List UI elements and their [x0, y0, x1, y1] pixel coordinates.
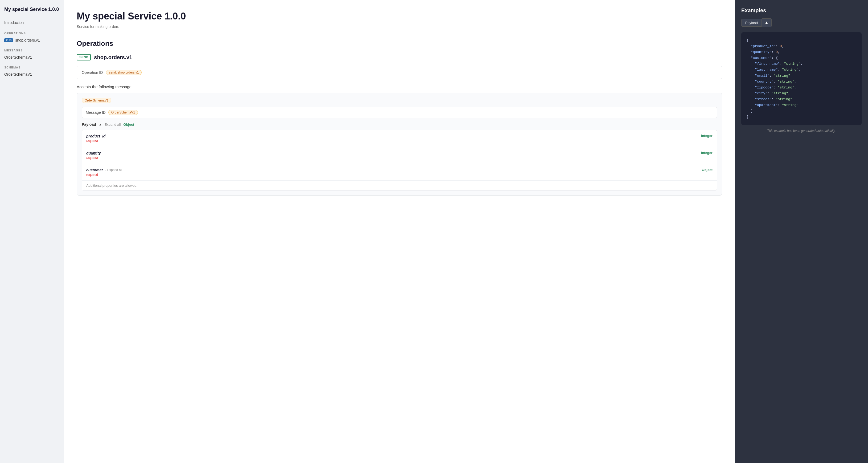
chevron-right-icon: › — [105, 168, 106, 172]
field-type-product-id: Integer — [701, 134, 713, 138]
examples-title: Examples — [741, 7, 862, 13]
payload-toggle: Payload ▲ — [741, 19, 862, 27]
chevron-up-icon: ▲ — [99, 122, 102, 126]
field-name-product-id: product_id — [86, 134, 105, 138]
payload-header: Payload ▲ Expand all Object — [82, 122, 717, 126]
field-type-customer: Object — [702, 168, 713, 172]
field-product-id: Integer product_id required — [82, 130, 717, 147]
send-badge: SEND — [77, 54, 91, 60]
sidebar-item-schema[interactable]: OrderSchemaV1 — [4, 71, 59, 78]
field-required-customer: required — [86, 173, 713, 177]
code-block: { "product_id": 0, "quantity": 0, "custo… — [741, 32, 862, 125]
field-customer: Object customer › Expand all required — [82, 164, 717, 181]
sidebar-title: My special Service 1.0.0 — [4, 6, 59, 12]
auto-generated-note: This example has been generated automati… — [741, 129, 862, 133]
message-box: OrderSchemaV1 Message ID OrderSchemaV1 P… — [77, 93, 722, 196]
schema-fields-box: Integer product_id required Integer quan… — [82, 130, 717, 191]
main-content: My special Service 1.0.0 Service for mak… — [64, 0, 735, 463]
field-expandable-customer: customer › Expand all — [86, 168, 702, 172]
operation-id-label: Operation ID — [82, 70, 103, 75]
operation-name: shop.orders.v1 — [94, 54, 132, 60]
sidebar-item-introduction[interactable]: Introduction — [4, 19, 59, 26]
expand-all-link[interactable]: Expand all — [105, 122, 121, 126]
sidebar-op-label: shop.orders.v1 — [15, 38, 40, 42]
operations-section-title: Operations — [77, 39, 722, 48]
sidebar: My special Service 1.0.0 Introduction OP… — [0, 0, 64, 463]
page-subtitle: Service for making orders — [77, 25, 722, 29]
expand-all-customer[interactable]: Expand all — [107, 168, 122, 172]
field-required-product-id: required — [86, 139, 713, 143]
page-title: My special Service 1.0.0 — [77, 11, 722, 22]
field-type-quantity: Integer — [701, 151, 713, 155]
sidebar-section-schemas: SCHEMAS — [4, 66, 59, 69]
payload-toggle-button[interactable]: Payload — [741, 19, 762, 27]
right-panel: Examples Payload ▲ { "product_id": 0, "q… — [735, 0, 868, 463]
additional-props-note: Additional properties are allowed. — [82, 181, 717, 190]
sidebar-section-operations: OPERATIONS — [4, 32, 59, 35]
operation-id-badge: send: shop.orders.v1 — [106, 70, 142, 75]
operation-id-row: Operation ID send: shop.orders.v1 — [77, 66, 722, 79]
payload-label: Payload — [82, 122, 96, 126]
message-id-label: Message ID — [86, 110, 106, 115]
pub-badge: PUB — [4, 38, 13, 42]
sidebar-item-message[interactable]: OrderSchemaV1 — [4, 54, 59, 60]
operation-header: SEND shop.orders.v1 — [77, 54, 722, 60]
field-name-customer: customer — [86, 168, 103, 172]
sidebar-section-messages: MESSAGES — [4, 49, 59, 52]
field-name-quantity: quantity — [86, 151, 101, 155]
accepts-label: Accepts the following message: — [77, 84, 722, 89]
message-id-row: Message ID OrderSchemaV1 — [82, 107, 717, 118]
field-required-quantity: required — [86, 156, 713, 160]
field-quantity: Integer quantity required — [82, 147, 717, 164]
schema-tag[interactable]: OrderSchemaV1 — [82, 98, 111, 103]
sidebar-item-operation[interactable]: PUB shop.orders.v1 — [4, 37, 59, 44]
message-id-badge: OrderSchemaV1 — [108, 110, 138, 115]
object-type: Object — [123, 122, 134, 126]
toggle-chevron-icon[interactable]: ▲ — [762, 19, 772, 27]
